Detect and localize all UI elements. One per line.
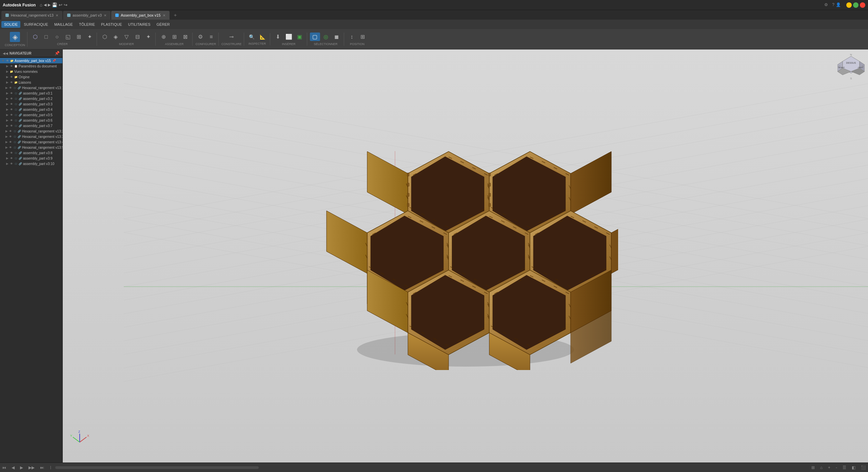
inspecter-btn-2[interactable]: 📐 (258, 33, 268, 41)
view-home-button[interactable]: ⌂ (818, 465, 825, 471)
modifier-btn-5[interactable]: ✦ (143, 33, 153, 41)
inserer-btn-1[interactable]: ⬇ (273, 33, 283, 41)
sidebar-tree: ▼ 👁 📁 Assembly_part_box v15 📌 ▶ 👁 📋 Para… (0, 57, 62, 463)
redo-icon[interactable]: ↪ (64, 2, 67, 7)
window-controls: ⚙ ? 👤 (824, 2, 865, 8)
tree-item-root[interactable]: ▼ 👁 📁 Assembly_part_box v15 📌 (0, 58, 62, 63)
construire-btn-1[interactable]: ⊸ (226, 33, 237, 41)
assembler-btn-1[interactable]: ⊕ (158, 33, 169, 41)
viewport[interactable]: DESSUS DROIT DEVANT N E S O X Y Z (63, 49, 868, 463)
zoom-fit-button[interactable]: ⊞ (809, 465, 817, 471)
collapse-icon[interactable]: ◀◀ (3, 52, 8, 55)
tree-item-params[interactable]: ▶ 👁 📋 Paramètres du document (4, 63, 62, 69)
inserer-btn-2[interactable]: ⬜ (284, 33, 294, 41)
assembler-btn-2[interactable]: ⊞ (169, 33, 179, 41)
maximize-button[interactable] (853, 2, 859, 8)
configurer-btn-2[interactable]: ≡ (206, 33, 216, 41)
menu-surfacique[interactable]: SURFACIQUE (21, 21, 51, 28)
selectionner-btn-2[interactable]: ◎ (321, 33, 331, 41)
modifier-btn-1[interactable]: ⬡ (100, 33, 110, 41)
tree-item-hex3[interactable]: ▶ 👁 □ 🔗 Hexaonal_rangement v13:3 (4, 134, 62, 139)
tree-item-hex2[interactable]: ▶ 👁 □ 🔗 Hexaonal_rangement v13:2 (4, 128, 62, 134)
tab-close-hexaonal[interactable]: ✕ (56, 14, 58, 17)
tree-item-part10[interactable]: ▶ 👁 □ 🔗 assembly_part v3:10 (4, 161, 62, 166)
play-button[interactable]: ▶ (18, 465, 25, 471)
tab-hexaonal[interactable]: Hexaonal_rangement v13 ✕ (1, 11, 62, 20)
tree-label-hex4: Hexaonal_rangement v13:4 (22, 140, 62, 144)
minimize-button[interactable] (846, 2, 852, 8)
menu-tolerie[interactable]: TÔLERIE (76, 21, 98, 28)
timeline-track[interactable] (55, 466, 259, 469)
back-icon[interactable]: ◀ (44, 3, 46, 7)
play-end-button[interactable]: ⏭ (38, 465, 46, 471)
tree-item-part3[interactable]: ▶ 👁 □ 🔗 assembly_part v3:3 (4, 101, 62, 107)
configurer-btn-1[interactable]: ⚙ (195, 33, 205, 41)
zoom-in-button[interactable]: + (826, 465, 832, 471)
tab-assembly-part[interactable]: assembly_part v3 ✕ (63, 11, 111, 20)
tree-item-views[interactable]: ▶ 📁 Vues nommées (4, 69, 62, 74)
tree-item-part2[interactable]: ▶ 👁 □ 🔗 assembly_part v3:2 (4, 96, 62, 101)
tree-item-part8[interactable]: ▶ 👁 □ 🔗 assembly_part v3:8 (4, 150, 62, 156)
conception-button[interactable]: ◈ (10, 32, 20, 42)
undo-icon[interactable]: ↩ (59, 2, 62, 7)
tab-close-assembly[interactable]: ✕ (104, 14, 106, 17)
user-icon[interactable]: 👤 (836, 2, 841, 8)
question-icon[interactable]: ? (832, 2, 834, 8)
menu-utilitaires[interactable]: UTILITAIRES (125, 21, 153, 28)
inspecter-btn-1[interactable]: 🔍 (247, 33, 257, 41)
creer-btn-1[interactable]: ⬡ (30, 33, 40, 41)
comp-icon-part10: □ (14, 162, 18, 166)
play-start-button[interactable]: ⏮ (0, 465, 8, 471)
close-button[interactable] (860, 2, 865, 8)
creer-btn-4[interactable]: ◱ (63, 33, 73, 41)
modifier-btn-3[interactable]: ▽ (121, 33, 132, 41)
display-mode-button[interactable]: ⬛ (859, 465, 868, 471)
tree-item-part7[interactable]: ▶ 👁 □ 🔗 assembly_part v3:7 (4, 123, 62, 128)
creer-btn-2[interactable]: □ (41, 33, 51, 41)
menu-plastique[interactable]: PLASTIQUE (98, 21, 125, 28)
creer-btn-5[interactable]: ⊞ (74, 33, 84, 41)
tab-close-box[interactable]: ✕ (163, 14, 165, 17)
menu-solide[interactable]: SOLIDE (1, 21, 20, 28)
creer-icon-6: ✦ (87, 34, 92, 40)
tree-item-liaisons[interactable]: ▶ 👁 📁 Liaisons (4, 80, 62, 85)
assembler-btn-3[interactable]: ⊠ (180, 33, 190, 41)
render-mode-button[interactable]: ◧ (850, 465, 857, 471)
menu-maillage[interactable]: MAILLAGE (52, 21, 76, 28)
tree-item-part6[interactable]: ▶ 👁 □ 🔗 assembly_part v3:6 (4, 118, 62, 123)
modifier-btn-4[interactable]: ⊟ (132, 33, 142, 41)
tree-item-hex1[interactable]: ▶ 👁 □ 🔗 Hexaonal_rangement v13:1 (4, 85, 62, 90)
tree-item-origin[interactable]: ▶ 👁 📁 Origine (4, 74, 62, 80)
selectionner-btn-1[interactable]: ▢ (310, 33, 320, 41)
tab-add-button[interactable]: ＋ (170, 11, 180, 20)
tab-assembly-box[interactable]: Assembly_part_box v15 ✕ (111, 11, 169, 20)
play-next-button[interactable]: ▶▶ (26, 465, 37, 471)
play-prev-button[interactable]: ◀ (9, 465, 17, 471)
view-cube[interactable]: DESSUS DROIT DEVANT N E S O (837, 53, 865, 80)
menu-gerer[interactable]: GÉRER (154, 21, 173, 28)
creer-btn-6[interactable]: ✦ (84, 33, 95, 41)
zoom-out-button[interactable]: - (834, 465, 839, 471)
position-btn-1[interactable]: ↕ (347, 33, 357, 41)
inserer-btn-3[interactable]: ▣ (295, 33, 305, 41)
selectionner-label: SÉLECTIONNER (314, 42, 338, 46)
liaisons-icons: 👁 📁 (9, 80, 18, 84)
hex3-icons: 👁 □ 🔗 (8, 135, 21, 139)
modifier-btn-2[interactable]: ◈ (111, 33, 121, 41)
tree-item-part9[interactable]: ▶ 👁 □ 🔗 assembly_part v3:9 (4, 156, 62, 161)
tree-item-part4[interactable]: ▶ 👁 □ 🔗 assembly_part v3:4 (4, 107, 62, 112)
tree-item-hex4[interactable]: ▶ 👁 □ 🔗 Hexaonal_rangement v13:4 (4, 139, 62, 145)
home-icon[interactable]: ⌂ (40, 2, 42, 7)
tree-item-part1[interactable]: ▶ 👁 □ 🔗 assembly_part v3:1 (4, 90, 62, 96)
selectionner-btn-3[interactable]: ◼ (332, 33, 342, 41)
expand-icon-hex3: ▶ (5, 135, 8, 138)
save-icon[interactable]: 💾 (52, 2, 57, 7)
sidebar-pin-icon[interactable]: 📌 (55, 51, 60, 56)
creer-btn-3[interactable]: ○ (52, 33, 62, 41)
settings-icon[interactable]: ⚙ (824, 2, 828, 8)
tree-item-part5[interactable]: ▶ 👁 □ 🔗 assembly_part v3:5 (4, 112, 62, 118)
tree-item-hex5[interactable]: ▶ 👁 □ 🔗 Hexaonal_rangement v13:5 (4, 145, 62, 150)
view-options-button[interactable]: ☰ (841, 465, 848, 471)
position-btn-2[interactable]: ⊞ (358, 33, 368, 41)
forward-icon[interactable]: ▶ (48, 3, 51, 7)
